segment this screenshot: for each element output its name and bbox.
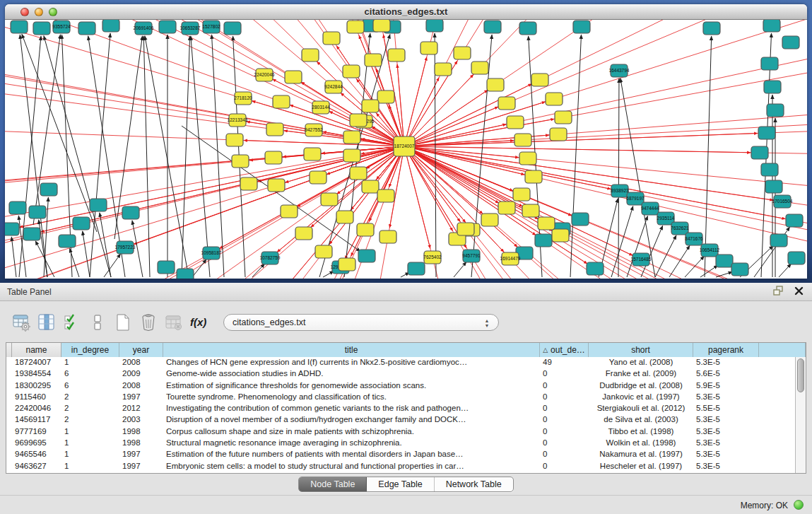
graph-node[interactable] bbox=[555, 111, 572, 124]
graph-node[interactable] bbox=[573, 21, 590, 33]
graph-node[interactable] bbox=[587, 262, 604, 275]
graph-node[interactable] bbox=[435, 63, 452, 76]
graph-node[interactable] bbox=[498, 201, 515, 214]
new-column-icon[interactable] bbox=[112, 312, 134, 333]
tab-node-table[interactable]: Node Table bbox=[299, 477, 367, 491]
window-titlebar[interactable]: citations_edges.txt bbox=[5, 4, 807, 20]
column-header-short[interactable]: short bbox=[589, 343, 693, 357]
graph-node[interactable] bbox=[552, 229, 569, 242]
graph-node[interactable]: 2803144 bbox=[312, 101, 330, 114]
show-selected-rows-icon[interactable] bbox=[86, 312, 109, 333]
graph-node[interactable] bbox=[347, 21, 364, 33]
column-header-name[interactable]: name bbox=[12, 343, 61, 357]
table-row[interactable]: 946362711997Embryonic stem cells: a mode… bbox=[6, 461, 795, 472]
graph-node[interactable] bbox=[33, 22, 50, 35]
graph-node[interactable]: 16443794 bbox=[609, 64, 630, 77]
graph-node[interactable] bbox=[5, 223, 19, 235]
graph-node[interactable] bbox=[481, 214, 498, 226]
table-row[interactable]: 1938455462009Genome-wide association stu… bbox=[6, 368, 795, 380]
graph-node[interactable] bbox=[23, 228, 40, 240]
graph-node[interactable] bbox=[315, 245, 332, 258]
graph-node[interactable] bbox=[716, 255, 733, 267]
table-row[interactable]: 1830029562008Estimation of significance … bbox=[6, 380, 795, 392]
scrollbar-thumb[interactable] bbox=[797, 358, 804, 392]
graph-node[interactable] bbox=[519, 152, 536, 165]
graph-node[interactable] bbox=[285, 71, 302, 83]
graph-node[interactable] bbox=[457, 223, 474, 235]
close-icon[interactable] bbox=[794, 286, 804, 296]
graph-node[interactable] bbox=[498, 97, 515, 110]
graph-node[interactable] bbox=[268, 179, 285, 192]
show-columns-icon[interactable] bbox=[35, 312, 58, 333]
graph-node[interactable] bbox=[471, 62, 488, 74]
column-header-out-de-[interactable]: △out_de… bbox=[540, 343, 589, 357]
table-row[interactable]: 2242004622012Investigating the contribut… bbox=[6, 403, 795, 414]
column-header-in-degree[interactable]: in_degree bbox=[61, 343, 119, 357]
graph-node[interactable] bbox=[408, 262, 425, 275]
graph-node[interactable] bbox=[273, 95, 290, 108]
function-builder-icon[interactable]: f(x) bbox=[188, 312, 211, 333]
graph-node[interactable] bbox=[535, 234, 552, 247]
table-row[interactable]: 1456911722003Disruption of a novel membe… bbox=[6, 414, 795, 426]
graph-node[interactable] bbox=[102, 20, 119, 32]
graph-node[interactable] bbox=[78, 22, 95, 35]
graph-node[interactable] bbox=[507, 116, 524, 129]
graph-node[interactable] bbox=[59, 235, 76, 247]
graph-node[interactable] bbox=[304, 148, 321, 160]
graph-node[interactable] bbox=[350, 167, 367, 180]
graph-node[interactable] bbox=[531, 74, 548, 86]
graph-node[interactable] bbox=[29, 206, 46, 218]
column-header-pagerank[interactable]: pagerank bbox=[693, 343, 759, 357]
graph-node[interactable]: 6879197 bbox=[626, 192, 645, 205]
graph-node[interactable] bbox=[358, 250, 375, 262]
graph-node[interactable]: 10653287 bbox=[180, 22, 201, 35]
graph-node[interactable]: 9457791 bbox=[462, 250, 481, 262]
graph-node[interactable] bbox=[519, 22, 536, 35]
graph-node[interactable] bbox=[767, 104, 784, 117]
graph-node[interactable] bbox=[343, 131, 360, 144]
graph-node[interactable] bbox=[343, 149, 360, 162]
graph-node[interactable] bbox=[788, 252, 805, 264]
graph-node[interactable] bbox=[379, 230, 396, 243]
graph-node[interactable] bbox=[226, 134, 243, 146]
graph-node[interactable] bbox=[761, 163, 778, 176]
graph-node[interactable] bbox=[266, 123, 283, 136]
graph-node[interactable] bbox=[770, 234, 787, 247]
graph-node[interactable]: 2718120 bbox=[234, 92, 252, 105]
graph-node[interactable] bbox=[420, 42, 437, 54]
graph-node[interactable]: 9242844 bbox=[324, 81, 343, 93]
table-row[interactable]: 1872400712008Changes of HCN gene express… bbox=[6, 357, 795, 368]
graph-node[interactable]: 17016504 bbox=[772, 195, 793, 208]
table-row[interactable]: 977716911998Corpus callosum shape and si… bbox=[6, 426, 795, 438]
graph-node[interactable]: 9427552 bbox=[305, 124, 323, 136]
graph-node[interactable] bbox=[550, 128, 567, 141]
graph-hub-node[interactable]: 18724007 bbox=[394, 136, 415, 156]
graph-node[interactable] bbox=[758, 127, 775, 139]
graph-node[interactable] bbox=[426, 20, 443, 32]
graph-node[interactable] bbox=[484, 21, 501, 33]
float-window-icon[interactable] bbox=[773, 286, 784, 296]
graph-node[interactable]: 17957223 bbox=[115, 241, 136, 254]
graph-node[interactable] bbox=[295, 227, 312, 240]
graph-node[interactable]: 1527802 bbox=[202, 21, 220, 33]
delete-table-icon[interactable] bbox=[163, 312, 185, 333]
graph-node[interactable] bbox=[336, 211, 353, 223]
graph-node[interactable] bbox=[224, 22, 241, 35]
graph-node[interactable] bbox=[377, 90, 394, 103]
graph-node[interactable] bbox=[373, 20, 390, 32]
graph-node[interactable] bbox=[546, 93, 563, 105]
graph-node[interactable] bbox=[362, 180, 379, 193]
table-mode-icon[interactable] bbox=[10, 312, 33, 333]
select-columns-icon[interactable] bbox=[61, 312, 83, 333]
graph-node[interactable] bbox=[310, 171, 326, 184]
graph-node[interactable]: 9355724 bbox=[52, 21, 71, 33]
table-row[interactable]: 946554611997Estimation of the future num… bbox=[6, 449, 795, 460]
table-selector-dropdown[interactable]: citations_edges.txt ▲▼ bbox=[223, 314, 499, 331]
graph-node[interactable] bbox=[513, 188, 530, 201]
column-header-year[interactable]: year bbox=[119, 343, 163, 357]
tab-network-table[interactable]: Network Table bbox=[435, 477, 513, 491]
graph-node[interactable] bbox=[40, 183, 57, 196]
graph-node[interactable]: 20691406 bbox=[134, 22, 154, 35]
graph-node[interactable]: 15716485 bbox=[631, 253, 652, 266]
graph-node[interactable] bbox=[782, 36, 799, 49]
